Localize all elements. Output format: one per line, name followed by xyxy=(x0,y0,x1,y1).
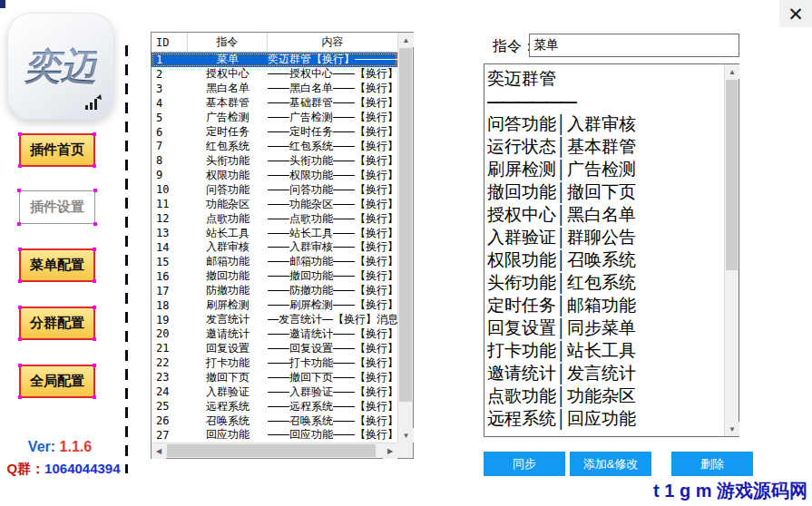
table-row[interactable]: 21 回复设置 ——回复设置——【换行】加Q xyxy=(152,341,397,355)
cell-content: ——广告检测——【换行】开/ xyxy=(268,110,397,125)
table-row[interactable]: 13 站长工具 ——站长工具——【换行】pin xyxy=(152,226,397,240)
table-row[interactable]: 15 邮箱功能 ——邮箱功能——【换行】【. xyxy=(152,255,397,269)
table-row[interactable]: 8 头衔功能 ——头衔功能——【换行】我. xyxy=(152,153,397,168)
sidebar-button-label: 插件首页 xyxy=(30,141,84,159)
table-row[interactable]: 6 定时任务 ——定时任务——【换行】开/ xyxy=(152,125,397,140)
sidebar-button-global-config[interactable]: 全局配置 xyxy=(19,365,95,398)
scroll-left-icon[interactable]: ◀ xyxy=(152,443,166,459)
cell-content: ——黑白名单——【换行】开/ xyxy=(268,81,397,96)
sidebar-button-group-config[interactable]: 分群配置 xyxy=(19,307,95,340)
cell-content: ——站长工具——【换行】pin xyxy=(268,226,397,241)
cell-command: 邮箱功能 xyxy=(188,254,268,269)
scroll-right-icon[interactable]: ▶ xyxy=(383,443,397,459)
cell-id: 20 xyxy=(152,327,188,340)
cell-command: 权限功能 xyxy=(188,168,268,183)
cell-content: ——基础群管——【换行】. xyxy=(268,95,397,111)
table-row[interactable]: 19 发言统计 —发言统计—【换行】消息. xyxy=(152,313,397,327)
cell-id: 12 xyxy=(152,212,188,225)
table-row[interactable]: 18 刷屏检测 ——刷屏检测——【换行】开/ xyxy=(152,298,397,313)
sidebar-button-menu-config[interactable]: 菜单配置 xyxy=(19,248,95,282)
table-row[interactable]: 10 问答功能 ——问答功能——【换行】开/ xyxy=(152,182,397,197)
cell-content: ——回复设置——【换行】加Q xyxy=(268,341,397,356)
handle-icon xyxy=(18,164,22,168)
table-row[interactable]: 3 黑白名单 ——黑白名单——【换行】开/ xyxy=(152,82,397,96)
sidebar-button-plugin-settings[interactable]: 插件设置 xyxy=(19,190,95,224)
table-row[interactable]: 12 点歌功能 ——点歌功能——【换行】QQ. xyxy=(152,211,397,226)
table-row[interactable]: 17 防撤功能 ——防撤功能——【换行】开. xyxy=(152,284,397,298)
table-row[interactable]: 26 召唤系统 ——召唤系统——【换行】召. xyxy=(152,414,397,428)
scrollbar-corner xyxy=(397,443,413,458)
add-modify-button[interactable]: 添加&修改 xyxy=(570,452,651,476)
cell-content: ——红包系统——【换行】. xyxy=(268,139,397,154)
cell-command: 召唤系统 xyxy=(188,414,268,429)
cell-content: ——邮箱功能——【换行】【. xyxy=(268,254,397,269)
version-value: 1.1.6 xyxy=(60,439,93,454)
table-row[interactable]: 5 广告检测 ——广告检测——【换行】开/ xyxy=(152,111,397,125)
editor-scroll-down-icon[interactable]: ▼ xyxy=(725,422,739,436)
sync-button[interactable]: 同步 xyxy=(484,452,565,476)
cell-content: ——头衔功能——【换行】我. xyxy=(268,153,397,169)
sidebar-button-label: 全局配置 xyxy=(30,373,84,390)
sidebar-button-plugin-home[interactable]: 插件首页 xyxy=(19,133,95,167)
table-vertical-scrollbar[interactable]: ▲ ▼ xyxy=(397,33,413,443)
handle-icon xyxy=(18,248,22,251)
editor-scroll-up-icon[interactable]: ▲ xyxy=(725,64,739,79)
cell-id: 22 xyxy=(152,356,188,369)
cell-content: ——定时任务——【换行】开/ xyxy=(268,124,397,140)
cell-content: ——刷屏检测——【换行】开/ xyxy=(268,297,397,313)
table-horizontal-scrollbar[interactable]: ◀ ▶ xyxy=(152,443,397,458)
cell-command: 入群验证 xyxy=(188,384,268,400)
handle-icon xyxy=(93,222,97,226)
cell-id: 11 xyxy=(152,198,188,210)
app-window: ✕ 奕迈 插件首页 插件设置 菜单配置 分群配置 xyxy=(0,0,812,506)
corner-artifact xyxy=(0,0,5,8)
table-row[interactable]: 23 撤回下页 ——撤回下页——【换行】开. xyxy=(152,370,397,384)
table-row[interactable]: 2 授权中心 ——授权中心——【换行】授. xyxy=(152,67,397,82)
table-row[interactable]: 9 权限功能 ——权限功能——【换行】我. xyxy=(152,168,397,182)
table-row[interactable]: 20 邀请统计 ——邀请统计——【换行】开/ xyxy=(152,327,397,342)
delete-button[interactable]: 删除 xyxy=(671,452,753,476)
handle-icon xyxy=(18,337,22,341)
cell-content: ——功能杂区——【换行】清. xyxy=(268,197,397,212)
table-row[interactable]: 14 入群审核 ——入群审核——【换行】. xyxy=(152,240,397,255)
table-row[interactable]: 16 撤回功能 ——撤回功能——【换行】撤. xyxy=(152,269,397,284)
cell-content: ——问答功能——【换行】开/ xyxy=(268,182,397,198)
editor-vertical-scrollbar[interactable]: ▲ ▼ xyxy=(724,64,739,436)
column-header-command: 指令 xyxy=(188,33,268,52)
handle-icon xyxy=(18,132,22,136)
table-row[interactable]: 4 基本群管 ——基础群管——【换行】. xyxy=(152,96,397,111)
cell-command: 功能杂区 xyxy=(188,197,268,212)
cell-id: 6 xyxy=(152,126,188,139)
cell-id: 8 xyxy=(152,154,188,167)
cell-command: 点歌功能 xyxy=(188,211,268,227)
handle-icon xyxy=(18,364,22,367)
table-row[interactable]: 25 远程系统 ——远程系统——【换行】. xyxy=(152,399,397,414)
vertical-scroll-thumb[interactable] xyxy=(399,48,412,402)
menu-content-editor[interactable]: 奕迈群管——————问答功能│入群审核运行状态│基本群管刷屏检测│广告检测撤回功… xyxy=(484,63,739,437)
table-row[interactable]: 22 打卡功能 ——打卡功能——【换行】. xyxy=(152,355,397,370)
app-logo-text: 奕迈 xyxy=(24,42,97,92)
table-row[interactable]: 1 菜单 奕迈群管【换行】————. xyxy=(152,53,397,67)
table-row[interactable]: 11 功能杂区 ——功能杂区——【换行】清. xyxy=(152,197,397,211)
table-row[interactable]: 24 入群验证 ——入群验证——【换行】开/ xyxy=(152,384,397,399)
watermark-text: t 1 g m 游戏源码网 xyxy=(563,479,807,503)
column-header-content: 内容 xyxy=(268,33,397,52)
cell-id: 10 xyxy=(152,183,188,196)
cell-command: 撤回下页 xyxy=(188,370,268,385)
handle-icon xyxy=(18,395,22,399)
scroll-down-icon[interactable]: ▼ xyxy=(398,428,414,443)
table-row[interactable]: 7 红包系统 ——红包系统——【换行】. xyxy=(152,140,397,154)
table-row[interactable]: 27 回应功能 ——回应功能——【换行】开. xyxy=(152,428,397,443)
cell-id: 21 xyxy=(152,342,188,355)
editor-text: 奕迈群管——————问答功能│入群审核运行状态│基本群管刷屏检测│广告检测撤回功… xyxy=(487,67,723,433)
command-input[interactable] xyxy=(529,34,739,57)
close-button[interactable]: ✕ xyxy=(779,0,812,27)
cell-id: 9 xyxy=(152,169,188,181)
horizontal-scroll-thumb[interactable] xyxy=(167,444,376,457)
cell-id: 4 xyxy=(152,97,188,110)
cell-id: 2 xyxy=(152,68,188,81)
cell-id: 19 xyxy=(152,314,188,326)
cell-command: 定时任务 xyxy=(188,124,268,140)
editor-scroll-thumb[interactable] xyxy=(726,80,738,270)
scroll-up-icon[interactable]: ▲ xyxy=(398,33,414,47)
